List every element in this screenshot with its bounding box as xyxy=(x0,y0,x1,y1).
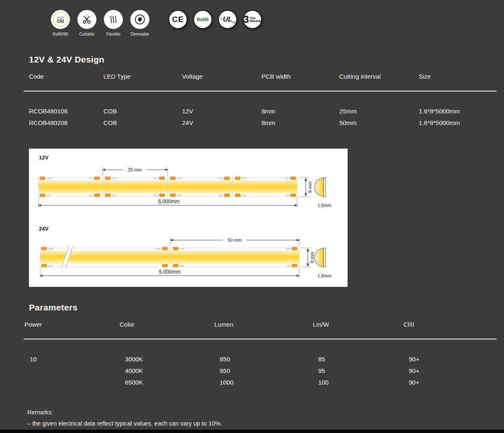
high-cri-icon: HIGH CRI xyxy=(51,10,70,29)
length-dimension-label: 5,000mm xyxy=(159,269,180,275)
cell-lumen: 950 xyxy=(220,365,318,377)
ce-mark-icon: CE xyxy=(168,10,187,29)
badges-row: HIGH CRI Ra80/90 Cuttable xyxy=(0,0,504,36)
svg-text:GND: GND xyxy=(218,194,223,197)
table-row: RCOB480208 COB 24V 8mm 50mm 1.6*8*5000mm xyxy=(24,117,497,129)
length-dimension-label: 5,000mm xyxy=(158,199,180,204)
col-header-lm-w: Lm/W xyxy=(313,321,403,328)
svg-text:GND: GND xyxy=(242,194,247,197)
svg-text:+12V: +12V xyxy=(218,177,223,180)
svg-text:+12V: +12V xyxy=(88,177,93,180)
parameters-table: Power Color Lumen Lm/W CRI 10 3000K 850 … xyxy=(24,321,497,388)
svg-text:+24V: +24V xyxy=(286,248,290,250)
col-header-led-type: LED Type xyxy=(103,73,182,80)
strip-24v-label: 24V xyxy=(39,226,48,232)
cell-pcb-width: 8mm xyxy=(262,106,339,117)
cell-color: 4000K xyxy=(125,365,220,377)
scissors-icon xyxy=(77,10,96,29)
col-header-code: Code xyxy=(29,73,103,80)
strip-12v-group: 12V 25 mm xyxy=(38,154,331,208)
svg-text:HIGH: HIGH xyxy=(57,16,64,19)
svg-text:GND: GND xyxy=(46,194,51,197)
cell-cri: 90+ xyxy=(409,354,497,365)
col-header-size: Size xyxy=(419,73,497,80)
badge-dimmable: Dimmable xyxy=(130,10,150,36)
cell-lumen: 1000 xyxy=(220,377,318,388)
cell-led-type: COB xyxy=(103,106,182,117)
svg-text:+12V: +12V xyxy=(46,177,51,180)
cert-badges-group: CE RoHS c UL us 3 Year Warranty xyxy=(168,10,262,29)
cell-size: 1.6*8*5000mm xyxy=(419,106,497,117)
svg-text:GND: GND xyxy=(286,265,291,267)
badge-label: Flexible xyxy=(106,32,120,36)
remarks-title: Remarks: xyxy=(27,409,504,416)
led-strip-spec-page: HIGH CRI Ra80/90 Cuttable xyxy=(0,0,504,427)
ul-prefix: c xyxy=(221,17,222,20)
col-header-voltage: Voltage xyxy=(182,73,262,80)
cell-lm-w: 100 xyxy=(318,377,409,388)
cell-code: RCOB480208 xyxy=(29,117,103,129)
cell-color: 6500K xyxy=(125,377,220,388)
strip-12v-label: 12V xyxy=(39,154,48,161)
ul-text: UL xyxy=(223,15,233,24)
dimmer-dial-icon xyxy=(130,10,149,29)
cell-code: RCOB480108 xyxy=(29,106,103,117)
warranty-icon: 3 Year Warranty xyxy=(243,10,262,29)
cell-led-type: COB xyxy=(103,117,182,129)
svg-text:+24V: +24V xyxy=(180,248,185,250)
rohs-icon: RoHS xyxy=(193,10,212,29)
svg-text:+12V: +12V xyxy=(177,177,182,180)
badge-label: Dimmable xyxy=(130,32,149,36)
cell-pcb-width: 8mm xyxy=(262,117,339,129)
table-row: RCOB480108 COB 12V 8mm 25mm 1.6*8*5000mm xyxy=(24,106,497,117)
ce-text: CE xyxy=(172,15,184,24)
svg-text:+12V: +12V xyxy=(153,177,158,180)
feature-badges-group: HIGH CRI Ra80/90 Cuttable xyxy=(50,10,150,36)
svg-text:+24V: +24V xyxy=(156,248,161,250)
design-table: Code LED Type Voltage PCB width Cutting … xyxy=(24,73,497,129)
width-dimension-label: 8 mm xyxy=(307,181,312,193)
warranty-years: 3 xyxy=(243,14,249,25)
col-header-cri: CRI xyxy=(403,321,497,328)
width-dimension-label: 8 mm xyxy=(310,252,314,263)
cut-dimension-label: 50 mm xyxy=(228,238,242,243)
strip-dimension-diagram: 12V 25 mm xyxy=(29,149,348,287)
cell-voltage: 12V xyxy=(182,106,262,117)
cell-cri: 90+ xyxy=(409,377,497,388)
remarks-line: – the given electrical data reflect typi… xyxy=(27,420,504,427)
cell-cutting-interval: 50mm xyxy=(339,117,419,129)
svg-text:+12V: +12V xyxy=(284,177,289,180)
svg-text:GND: GND xyxy=(48,265,53,267)
cell-lm-w: 95 xyxy=(318,365,409,377)
svg-text:GND: GND xyxy=(89,194,94,197)
wave-lines-icon xyxy=(104,10,123,29)
table-row: 6500K 1000 100 90+ xyxy=(24,377,497,388)
svg-text:GND: GND xyxy=(177,194,182,197)
table-row: 4000K 950 95 90+ xyxy=(24,365,497,377)
table-row: 10 3000K 850 85 90+ xyxy=(24,354,497,365)
rohs-text: RoHS xyxy=(197,17,209,22)
badge-cuttable: Cuttable xyxy=(77,10,97,36)
cell-lumen: 850 xyxy=(220,354,318,365)
cell-color: 3000K xyxy=(125,354,220,365)
badge-label: Cuttable xyxy=(79,32,94,36)
cell-power: 10 xyxy=(30,354,125,365)
cut-dimension-label: 25 mm xyxy=(128,167,142,172)
ul-listed-icon: c UL us xyxy=(218,10,237,29)
cell-lm-w: 85 xyxy=(318,354,409,365)
remarks-block: Remarks: – the given electrical data ref… xyxy=(27,409,504,427)
cell-voltage: 24V xyxy=(182,117,262,129)
bottom-divider-bar xyxy=(0,430,504,433)
svg-text:CRI: CRI xyxy=(57,19,64,24)
cell-cri: 90+ xyxy=(409,365,497,377)
design-table-header: Code LED Type Voltage PCB width Cutting … xyxy=(24,73,497,91)
svg-text:GND: GND xyxy=(112,194,117,197)
svg-text:+24V: +24V xyxy=(48,248,53,250)
badge-flexible: Flexible xyxy=(103,10,124,36)
parameters-section-title: Parameters xyxy=(29,303,504,313)
thickness-dimension-label: 1.6mm xyxy=(317,273,331,278)
col-header-power: Power xyxy=(24,321,120,328)
svg-text:GND: GND xyxy=(180,265,185,267)
thickness-dimension-label: 1.6mm xyxy=(317,203,331,208)
cell-power xyxy=(30,377,125,388)
